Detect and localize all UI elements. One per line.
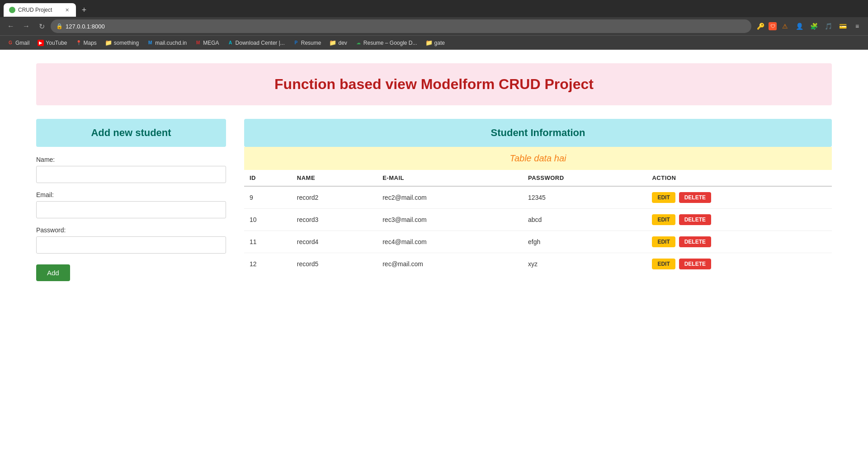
col-email: E-MAIL	[377, 170, 523, 186]
email-input[interactable]	[36, 201, 226, 218]
add-button[interactable]: Add	[36, 264, 70, 281]
download-favicon: A	[227, 40, 234, 46]
cell-action: EDIT DELETE	[646, 253, 832, 275]
bookmark-maps[interactable]: 📍 Maps	[72, 38, 100, 48]
delete-button[interactable]: DELETE	[679, 192, 711, 203]
gate-folder-icon: 📁	[425, 39, 433, 46]
wallet-icon[interactable]: 💳	[836, 20, 849, 33]
cell-action: EDIT DELETE	[646, 186, 832, 209]
edit-button[interactable]: EDIT	[652, 192, 675, 203]
mega-label: MEGA	[203, 40, 219, 46]
delete-button[interactable]: DELETE	[679, 259, 711, 269]
page-header: Function based view Modelform CRUD Proje…	[36, 63, 832, 105]
col-name: NAME	[292, 170, 377, 186]
gate-label: gate	[434, 40, 445, 46]
bookmark-gmail[interactable]: G Gmail	[4, 38, 33, 48]
forward-button[interactable]: →	[20, 20, 33, 33]
address-bar[interactable]: 🔒 127.0.0.1:8000	[51, 19, 751, 33]
email-form-group: Email:	[36, 191, 226, 218]
dev-folder-icon: 📁	[329, 39, 336, 46]
brave-shield-icon[interactable]: 🛡	[769, 22, 777, 30]
password-label: Password:	[36, 226, 226, 234]
col-action: ACTION	[646, 170, 832, 186]
cell-password: 12345	[523, 186, 646, 209]
media-icon[interactable]: 🎵	[822, 20, 835, 33]
address-text: 127.0.0.1:8000	[66, 23, 746, 30]
add-student-panel: Add new student Name: Email: Password: A…	[36, 119, 226, 281]
bookmark-dev[interactable]: 📁 dev	[326, 38, 350, 48]
maps-favicon: 📍	[75, 40, 82, 46]
cell-id: 10	[244, 209, 292, 231]
folder-icon: 📁	[105, 39, 112, 46]
form-title: Add new student	[44, 127, 218, 139]
bookmark-youtube[interactable]: ▶ YouTube	[34, 38, 71, 48]
delete-button[interactable]: DELETE	[679, 214, 711, 225]
cell-name: record2	[292, 186, 377, 209]
cell-email: rec2@mail.com	[377, 186, 523, 209]
menu-icon[interactable]: ≡	[851, 20, 863, 33]
cell-id: 11	[244, 231, 292, 253]
bookmark-gate[interactable]: 📁 gate	[422, 38, 448, 48]
bookmark-resume[interactable]: P Resume	[289, 38, 325, 48]
table-row: 10 record3 rec3@mail.com abcd EDIT DELET…	[244, 209, 832, 231]
mail-favicon: M	[147, 40, 153, 46]
warning-icon[interactable]: ⚠	[778, 20, 791, 33]
mailcuchd-label: mail.cuchd.in	[155, 40, 187, 46]
nav-bar: ← → ↻ 🔒 127.0.0.1:8000 🔑 🛡 ⚠ 👤 🧩 🎵 💳 ≡	[0, 17, 868, 35]
bookmark-mega[interactable]: M MEGA	[191, 38, 222, 48]
mega-favicon: M	[195, 40, 201, 46]
key-icon[interactable]: 🔑	[754, 20, 767, 33]
bookmark-something[interactable]: 📁 something	[101, 38, 142, 48]
col-password: PASSWORD	[523, 170, 646, 186]
refresh-button[interactable]: ↻	[35, 20, 48, 33]
cell-email: rec@mail.com	[377, 253, 523, 275]
tab-title: CRUD Project	[18, 7, 61, 13]
bookmark-resume-google[interactable]: ☁ Resume – Google D...	[352, 38, 421, 48]
password-form-group: Password:	[36, 226, 226, 254]
table-subheader: Table data hai	[244, 147, 832, 170]
tab-close-button[interactable]: ✕	[63, 6, 71, 14]
bookmark-download[interactable]: A Download Center |...	[224, 38, 288, 48]
lock-icon: 🔒	[56, 23, 63, 29]
resume-label: Resume	[301, 40, 321, 46]
table-header-row: ID NAME E-MAIL PASSWORD ACTION	[244, 170, 832, 186]
table-row: 11 record4 rec4@mail.com efgh EDIT DELET…	[244, 231, 832, 253]
new-tab-button[interactable]: +	[78, 4, 90, 16]
student-table: ID NAME E-MAIL PASSWORD ACTION 9 record2…	[244, 170, 832, 275]
password-input[interactable]	[36, 236, 226, 254]
back-button[interactable]: ←	[5, 20, 17, 33]
profile-icon[interactable]: 👤	[793, 20, 806, 33]
name-input[interactable]	[36, 166, 226, 183]
browser-window: CRUD Project ✕ + ← → ↻ 🔒 127.0.0.1:8000 …	[0, 0, 868, 466]
gdocs-favicon: ☁	[355, 40, 362, 46]
gmail-favicon: G	[7, 40, 14, 46]
tab-bar: CRUD Project ✕ +	[0, 0, 868, 17]
main-layout: Add new student Name: Email: Password: A…	[36, 119, 832, 281]
tab-favicon	[9, 7, 15, 13]
bookmark-mailcuchd[interactable]: M mail.cuchd.in	[143, 38, 190, 48]
email-label: Email:	[36, 191, 226, 198]
cell-password: xyz	[523, 253, 646, 275]
youtube-favicon: ▶	[38, 40, 44, 46]
nav-right-icons: 🔑 🛡 ⚠ 👤 🧩 🎵 💳 ≡	[754, 20, 863, 33]
delete-button[interactable]: DELETE	[679, 236, 711, 247]
cell-password: abcd	[523, 209, 646, 231]
col-id: ID	[244, 170, 292, 186]
download-label: Download Center |...	[236, 40, 285, 46]
form-header: Add new student	[36, 119, 226, 147]
name-form-group: Name:	[36, 156, 226, 183]
table-subheader-text: Table data hai	[510, 153, 566, 163]
edit-button[interactable]: EDIT	[652, 259, 675, 269]
active-tab[interactable]: CRUD Project ✕	[4, 3, 76, 17]
cell-name: record4	[292, 231, 377, 253]
cell-name: record3	[292, 209, 377, 231]
edit-button[interactable]: EDIT	[652, 214, 675, 225]
cell-password: efgh	[523, 231, 646, 253]
resume-favicon: P	[293, 40, 299, 46]
dev-label: dev	[338, 40, 347, 46]
cell-name: record5	[292, 253, 377, 275]
cell-id: 12	[244, 253, 292, 275]
extensions-icon[interactable]: 🧩	[807, 20, 820, 33]
cell-action: EDIT DELETE	[646, 209, 832, 231]
edit-button[interactable]: EDIT	[652, 236, 675, 247]
